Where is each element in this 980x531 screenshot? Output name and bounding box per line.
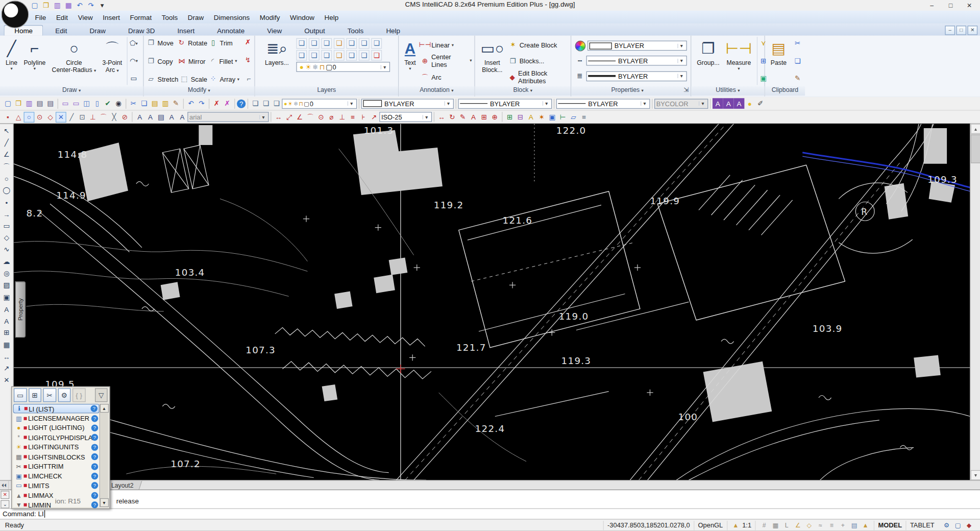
dim-style-icon[interactable]: ↔ xyxy=(436,112,447,123)
dim-diameter-icon[interactable]: ⌀ xyxy=(326,112,337,123)
linetype-combo[interactable]: BYLAYER▼ xyxy=(458,99,552,109)
erase-icon[interactable]: ✗ xyxy=(211,98,222,109)
create-block-button[interactable]: ✶Create Block xyxy=(508,40,568,51)
leader-tool-icon[interactable]: ↗ xyxy=(1,363,12,374)
array-button[interactable]: ⁘Array▾ xyxy=(208,74,239,84)
snap-toggle[interactable]: # xyxy=(760,522,769,528)
menu-modify[interactable]: Modify xyxy=(255,12,285,22)
help-badge[interactable]: ? xyxy=(91,424,98,431)
layer-off-icon[interactable]: ❏ xyxy=(346,50,357,61)
mtext-tool-icon[interactable]: A xyxy=(1,315,12,327)
minimize-button[interactable]: – xyxy=(922,0,941,10)
select-tool-icon[interactable]: ↖ xyxy=(1,125,12,137)
layer-states-icon[interactable]: ❏ xyxy=(271,98,282,109)
group-label-utilities[interactable]: Utilities ▾ xyxy=(691,86,764,95)
scroll-up-button[interactable]: ▲ xyxy=(971,124,980,134)
match-properties-icon[interactable]: ✎ xyxy=(793,74,802,83)
layer-previous-icon[interactable]: ❏ xyxy=(261,98,272,109)
help-badge[interactable]: ? xyxy=(91,453,98,460)
printstyle-combo[interactable]: BYCOLOR▼ xyxy=(654,99,708,109)
tab-first-button[interactable]: ⏴⏴ xyxy=(0,481,9,490)
tablet-button[interactable]: TABLET xyxy=(905,520,938,529)
erase-tool-icon[interactable]: ✕ xyxy=(1,374,12,386)
publish-icon[interactable]: ▯ xyxy=(92,98,103,109)
tab-edit[interactable]: Edit xyxy=(44,25,78,36)
popup-item-lighttrim[interactable]: ✂LIGHTTRIM? xyxy=(13,462,100,471)
annoscale-toggle[interactable]: ▲ xyxy=(861,522,870,528)
model-space-button[interactable]: MODEL xyxy=(874,520,905,529)
tab-help[interactable]: Help xyxy=(376,25,411,36)
dim-edit-icon[interactable]: ✎ xyxy=(457,112,468,123)
help-badge[interactable]: ? xyxy=(91,444,98,450)
cmdline-cut-button[interactable]: ✂ xyxy=(43,388,56,402)
snap-extension-icon[interactable]: ╱ xyxy=(66,112,77,123)
tab-annotate[interactable]: Annotate xyxy=(206,25,255,36)
circle-button[interactable]: ○ Circle Center-Radius ▾ xyxy=(48,37,99,85)
plot-settings-icon[interactable]: ▭ xyxy=(70,98,81,109)
polygon-icon[interactable]: ⬠ ▾ xyxy=(129,39,138,48)
text-edit-icon[interactable]: A xyxy=(166,112,177,123)
rectangle-icon[interactable]: ▭ xyxy=(129,74,138,83)
group-label-properties[interactable]: Properties ▾ ⇲ xyxy=(571,86,691,95)
cut-icon[interactable]: ✂ xyxy=(128,98,139,109)
help-badge[interactable]: ? xyxy=(91,501,98,508)
snap-tangent-icon[interactable]: ⌒ xyxy=(98,112,109,123)
revision-cloud-icon[interactable]: ◠ ▾ xyxy=(129,56,138,65)
revcloud-tool-icon[interactable]: ☁ xyxy=(1,256,12,268)
dimstyle-combo[interactable]: ISO-25▼ xyxy=(379,112,432,122)
make-block-icon[interactable]: ⊞ xyxy=(504,112,515,123)
image-tool-icon[interactable]: ▦ xyxy=(1,339,12,351)
line-button[interactable]: ╱ Line▾ xyxy=(3,37,20,85)
export-acis-icon[interactable]: ▤ xyxy=(34,98,45,109)
dim-angular-icon[interactable]: ∠ xyxy=(295,112,305,123)
renderer-display[interactable]: OpenGL xyxy=(694,520,727,529)
popup-item-light[interactable]: ●LIGHT (LIGHTING)? xyxy=(13,423,100,433)
layer-manager-icon[interactable]: ❏ xyxy=(250,98,261,109)
dim-baseline-icon[interactable]: ≡ xyxy=(348,112,358,123)
popup-item-licensemanager[interactable]: ▥LICENSEMANAGER? xyxy=(13,414,100,423)
menu-edit[interactable]: Edit xyxy=(51,12,73,22)
layer-lock-icon[interactable]: ❏ xyxy=(334,38,345,49)
group-label-annotation[interactable]: Annotation ▾ xyxy=(399,86,474,95)
lineweight-control[interactable]: ≣ BYLAYER▼ xyxy=(575,71,687,82)
attdef-icon[interactable]: A xyxy=(526,112,536,123)
region-tool-icon[interactable]: ▣ xyxy=(1,292,12,303)
dim-linear-icon[interactable]: ↔ xyxy=(273,112,284,123)
pin-icon[interactable]: ◆ xyxy=(964,522,973,528)
cut-icon[interactable]: ✂ xyxy=(793,39,802,48)
erase-button[interactable]: ✗ xyxy=(244,37,252,46)
dim-aligned-icon[interactable]: ⤢ xyxy=(284,112,295,123)
hatch-tool-icon[interactable]: ▨ xyxy=(1,279,12,291)
popup-item-lightsinblocks[interactable]: ▦LIGHTSINBLOCKS? xyxy=(13,452,100,462)
paste-special-icon[interactable]: ▥ xyxy=(160,98,170,109)
tab-draw[interactable]: Draw xyxy=(79,25,116,36)
linetype-control[interactable]: ┅ BYLAYER▼ xyxy=(575,56,687,66)
menu-help[interactable]: Help xyxy=(320,12,344,22)
mdi-restore-button[interactable]: □ xyxy=(956,26,966,35)
ellipse-tool-icon[interactable]: ◯ xyxy=(1,184,12,196)
tab-draw-3d[interactable]: Draw 3D xyxy=(117,25,165,36)
paste-icon[interactable]: ▤ xyxy=(150,98,160,109)
copy-icon[interactable]: ❏ xyxy=(139,98,150,109)
help-badge[interactable]: ? xyxy=(91,434,98,441)
polar-toggle[interactable]: ∠ xyxy=(793,522,802,528)
settings-gear-icon[interactable]: ⚙ xyxy=(942,522,951,528)
help-icon[interactable]: ? xyxy=(237,99,246,108)
menu-file[interactable]: File xyxy=(30,12,51,22)
rotate-button[interactable]: ↻Rotate xyxy=(177,37,207,48)
new-icon[interactable]: ▢ xyxy=(3,98,13,109)
command-history[interactable] xyxy=(0,490,980,509)
snap-none-icon[interactable]: ⊘ xyxy=(119,112,130,123)
help-badge[interactable]: ? xyxy=(91,473,98,479)
fillet-button[interactable]: ◜Fillet▾ xyxy=(208,56,237,66)
command-close-button[interactable]: ✕ xyxy=(1,491,9,499)
text-angle-icon[interactable]: A xyxy=(177,112,188,123)
property-panel-tab[interactable]: Property xyxy=(15,281,26,337)
layer-clean-icon[interactable]: ❏ xyxy=(371,38,382,49)
offset-button[interactable]: ⌐ xyxy=(246,74,252,83)
group-label-modify[interactable]: Modify ▾ xyxy=(144,86,255,95)
layer-properties-icon[interactable]: ❏ xyxy=(296,38,307,49)
polyline-button[interactable]: ⌐ Polyline▾ xyxy=(20,37,48,85)
popup-scroll-down[interactable]: ▼ xyxy=(100,498,108,507)
help-badge[interactable]: ? xyxy=(91,405,97,412)
